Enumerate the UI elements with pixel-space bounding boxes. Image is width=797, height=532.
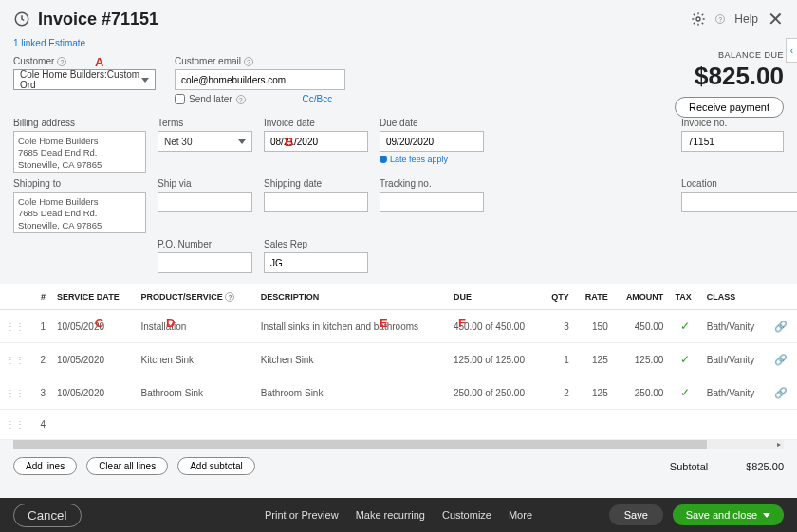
email-input[interactable] <box>175 69 345 90</box>
svg-point-1 <box>696 17 700 21</box>
horizontal-scrollbar[interactable]: ▸ <box>13 440 784 449</box>
sales-rep-input[interactable] <box>264 252 368 273</box>
table-row[interactable]: ⋮⋮ 4 <box>0 410 797 440</box>
email-label: Customer email? <box>175 56 345 66</box>
location-label: Location <box>681 178 784 189</box>
shipping-to-input[interactable] <box>13 192 146 233</box>
due-date-input[interactable] <box>380 131 484 152</box>
make-recurring-link[interactable]: Make recurring <box>356 509 425 521</box>
due-date-label: Due date <box>380 118 484 128</box>
shipping-to-label: Shipping to <box>13 178 146 189</box>
print-preview-link[interactable]: Print or Preview <box>265 509 339 521</box>
receive-payment-button[interactable]: Receive payment <box>675 97 784 118</box>
customize-link[interactable]: Customize <box>442 509 491 521</box>
shipping-date-label: Shipping date <box>264 178 368 189</box>
ship-via-input[interactable] <box>158 192 252 212</box>
line-items-table: # SERVICE DATE PRODUCT/SERVICE ? DESCRIP… <box>0 284 797 440</box>
table-row[interactable]: ⋮⋮ 110/05/2020InstallationInstall sinks … <box>0 310 797 343</box>
subtotal-value: $825.00 <box>746 461 784 472</box>
help-label[interactable]: Help <box>734 12 758 26</box>
drag-handle-icon[interactable]: ⋮⋮ <box>0 343 30 376</box>
close-icon[interactable]: ✕ <box>768 8 784 30</box>
balance-due-label: BALANCE DUE <box>675 50 784 60</box>
billing-address-label: Billing address <box>13 118 146 128</box>
help-icon[interactable]: ? <box>715 14 725 24</box>
invoice-no-label: Invoice no. <box>681 118 784 128</box>
page-title: Invoice #71151 <box>38 9 158 29</box>
send-later-checkbox[interactable]: Send later? <box>175 94 246 104</box>
ccbcc-link[interactable]: Cc/Bcc <box>303 94 333 104</box>
terms-label: Terms <box>158 118 252 128</box>
link-icon[interactable]: 🔗 <box>769 376 797 410</box>
link-icon[interactable]: 🔗 <box>769 310 797 343</box>
po-number-input[interactable] <box>158 252 252 273</box>
drag-handle-icon[interactable]: ⋮⋮ <box>0 410 30 440</box>
add-subtotal-button[interactable]: Add subtotal <box>177 457 255 475</box>
tracking-no-input[interactable] <box>380 192 484 212</box>
subtotal-label: Subtotal <box>670 461 708 472</box>
invoice-date-label: Invoice date <box>264 118 368 128</box>
sales-rep-label: Sales Rep <box>264 239 368 249</box>
link-icon[interactable] <box>769 410 797 440</box>
customer-label: Customer? <box>13 56 156 66</box>
customer-select[interactable]: Cole Home Builders:Custom Ord <box>13 69 156 90</box>
cancel-button[interactable]: Cancel <box>13 504 82 527</box>
late-fees-indicator: Late fees apply <box>380 155 484 164</box>
table-row[interactable]: ⋮⋮ 310/05/2020Bathroom SinkBathroom Sink… <box>0 376 797 410</box>
drag-handle-icon[interactable]: ⋮⋮ <box>0 376 30 410</box>
save-button[interactable]: Save <box>609 504 663 525</box>
drag-handle-icon[interactable]: ⋮⋮ <box>0 310 30 343</box>
add-lines-button[interactable]: Add lines <box>13 457 77 475</box>
table-row[interactable]: ⋮⋮ 210/05/2020Kitchen SinkKitchen Sink 1… <box>0 343 797 376</box>
terms-select[interactable]: Net 30 <box>158 131 252 152</box>
gear-icon[interactable] <box>691 11 706 27</box>
location-input[interactable] <box>681 192 797 212</box>
invoice-no-input[interactable] <box>681 131 784 152</box>
link-icon[interactable]: 🔗 <box>769 343 797 376</box>
ship-via-label: Ship via <box>158 178 252 189</box>
invoice-date-input[interactable] <box>264 131 368 152</box>
save-and-close-button[interactable]: Save and close <box>673 504 784 525</box>
shipping-date-input[interactable] <box>264 192 368 212</box>
clear-all-lines-button[interactable]: Clear all lines <box>86 457 168 475</box>
more-link[interactable]: More <box>509 509 532 521</box>
linked-estimate-link[interactable]: 1 linked Estimate <box>0 36 797 50</box>
billing-address-input[interactable] <box>13 131 146 173</box>
balance-due-amount: $825.00 <box>675 62 784 91</box>
po-number-label: P.O. Number <box>158 239 252 249</box>
tracking-no-label: Tracking no. <box>380 178 484 189</box>
history-icon <box>13 10 30 28</box>
